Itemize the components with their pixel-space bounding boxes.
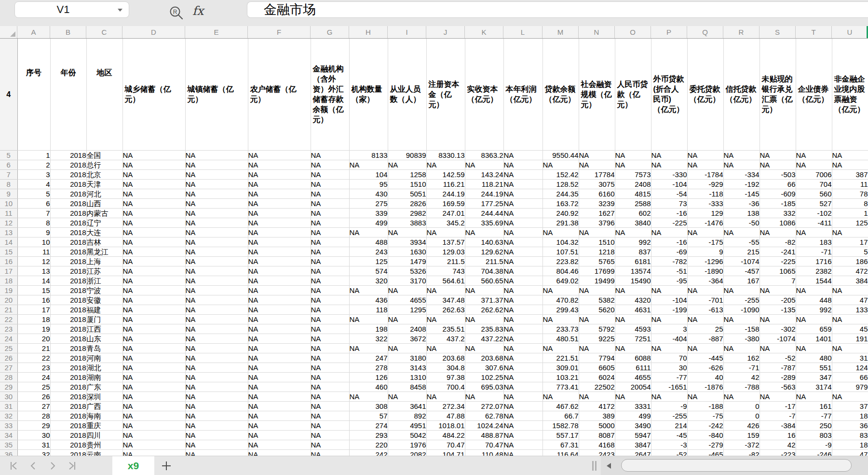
cell[interactable]: 9: [687, 247, 723, 256]
cell[interactable]: NA: [248, 295, 311, 305]
cell[interactable]: 137.57: [426, 237, 465, 247]
cell[interactable]: NA: [651, 227, 687, 237]
cell[interactable]: 内蒙古: [86, 208, 122, 218]
cell[interactable]: NA: [122, 391, 185, 401]
cell[interactable]: 244.19: [426, 189, 465, 198]
cell[interactable]: 430: [349, 189, 388, 198]
cell[interactable]: 67.31: [542, 440, 579, 449]
cell[interactable]: -929: [687, 179, 723, 189]
cell[interactable]: NA: [248, 353, 311, 363]
cell[interactable]: -104: [651, 179, 687, 189]
cell[interactable]: 129.62: [465, 247, 503, 256]
cell[interactable]: 12: [17, 256, 50, 266]
cell[interactable]: -788: [723, 382, 760, 391]
cell[interactable]: 73: [651, 198, 687, 208]
cell[interactable]: 2018: [50, 285, 86, 295]
cell[interactable]: NA: [122, 353, 185, 363]
cell[interactable]: 45: [832, 324, 868, 334]
cell[interactable]: NA: [122, 179, 185, 189]
row-header[interactable]: 32: [0, 411, 17, 420]
cell[interactable]: 167: [723, 276, 760, 285]
cell[interactable]: -242: [687, 420, 723, 430]
row-header[interactable]: 10: [0, 198, 17, 208]
cell[interactable]: 4655: [388, 295, 426, 305]
cell[interactable]: 山东: [86, 334, 122, 343]
cell[interactable]: 7794: [579, 353, 615, 363]
cell[interactable]: NA: [311, 266, 349, 276]
cell[interactable]: NA: [503, 285, 542, 295]
cell[interactable]: NA: [832, 150, 868, 160]
cell[interactable]: 70.47: [465, 440, 503, 449]
cell[interactable]: NA: [311, 208, 349, 218]
cell[interactable]: -225: [651, 218, 687, 227]
cell[interactable]: 2018: [50, 150, 86, 160]
cell[interactable]: 30: [651, 363, 687, 372]
cell[interactable]: NA: [311, 391, 349, 401]
cell[interactable]: 1976: [388, 440, 426, 449]
cell[interactable]: NA: [185, 363, 248, 372]
cell[interactable]: 5000: [579, 420, 615, 430]
cell[interactable]: 2647: [615, 449, 651, 456]
cell[interactable]: 6181: [615, 256, 651, 266]
cell[interactable]: -246: [796, 449, 832, 456]
cell[interactable]: NA: [122, 295, 185, 305]
cell[interactable]: 242: [349, 449, 388, 456]
cell[interactable]: -1074: [723, 256, 760, 266]
cell[interactable]: NA: [388, 160, 426, 169]
cell[interactable]: 总行: [86, 160, 122, 169]
cell[interactable]: 湖北: [86, 363, 122, 372]
cell[interactable]: NA: [579, 160, 615, 169]
cell[interactable]: 宁波: [86, 285, 122, 295]
cell[interactable]: NA: [311, 218, 349, 227]
cell[interactable]: 2018: [50, 160, 86, 169]
cell[interactable]: 1218: [579, 247, 615, 256]
previous-sheet-button[interactable]: [28, 461, 39, 471]
cell[interactable]: NA: [122, 189, 185, 198]
cell[interactable]: -613: [687, 305, 723, 314]
cell[interactable]: 2018: [50, 218, 86, 227]
cell[interactable]: 8363.2: [465, 150, 503, 160]
cell[interactable]: -17: [760, 401, 796, 411]
cell[interactable]: NA: [465, 391, 503, 401]
cell[interactable]: 102.25: [465, 372, 503, 382]
cell[interactable]: -563: [760, 382, 796, 391]
cell[interactable]: NA: [311, 285, 349, 295]
cell[interactable]: 湖南: [86, 372, 122, 382]
cell[interactable]: 322: [349, 334, 388, 343]
cell[interactable]: NA: [503, 305, 542, 314]
cell[interactable]: 426: [723, 420, 760, 430]
cell[interactable]: NA: [248, 208, 311, 218]
cell[interactable]: -104: [651, 295, 687, 305]
cell[interactable]: 183: [796, 237, 832, 247]
cell[interactable]: 8133: [349, 150, 388, 160]
cell[interactable]: 233.73: [542, 324, 579, 334]
cell[interactable]: 2588: [615, 198, 651, 208]
cell[interactable]: NA: [723, 285, 760, 295]
cell[interactable]: 1258: [388, 169, 426, 179]
cell[interactable]: 129.03: [426, 247, 465, 256]
cell[interactable]: 659: [796, 324, 832, 334]
cell[interactable]: -9: [651, 401, 687, 411]
cell[interactable]: 重庆: [86, 420, 122, 430]
cell[interactable]: 70: [651, 353, 687, 363]
cell[interactable]: NA: [723, 227, 760, 237]
cell[interactable]: NA: [615, 285, 651, 295]
cell[interactable]: 560.65: [465, 276, 503, 285]
cell[interactable]: NA: [185, 218, 248, 227]
cell[interactable]: 371.37: [465, 295, 503, 305]
cell[interactable]: 275: [349, 198, 388, 208]
cell[interactable]: NA: [579, 227, 615, 237]
cell[interactable]: 1: [832, 208, 868, 218]
header-cell[interactable]: 未贴现的银行承兑汇票（亿元）: [760, 39, 796, 150]
cell[interactable]: 62.78: [465, 411, 503, 420]
column-header-O[interactable]: O: [615, 26, 651, 38]
column-header-N[interactable]: N: [579, 26, 615, 38]
cell[interactable]: 深圳: [86, 391, 122, 401]
cell[interactable]: NA: [248, 440, 311, 449]
cell[interactable]: NA: [426, 285, 465, 295]
cell[interactable]: 2018: [50, 198, 86, 208]
cell[interactable]: 560: [796, 189, 832, 198]
cell[interactable]: NA: [185, 353, 248, 363]
cell[interactable]: 223.82: [542, 256, 579, 266]
cell[interactable]: -1476: [687, 218, 723, 227]
